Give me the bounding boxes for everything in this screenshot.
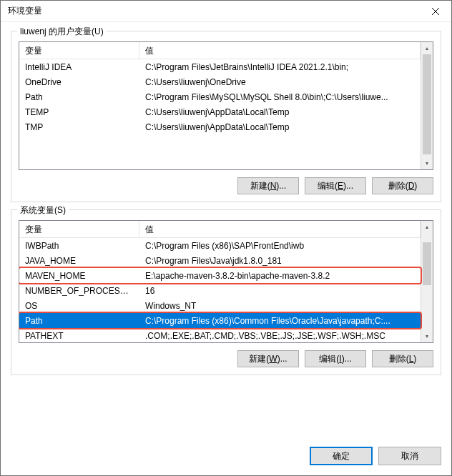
cell-var: PATHEXT: [19, 329, 139, 342]
cell-var: OS: [19, 299, 139, 312]
env-vars-dialog: 环境变量 liuwenj 的用户变量(U) 变量 值 IntelliJ IDEA…: [0, 0, 452, 476]
col-variable[interactable]: 变量: [19, 42, 139, 59]
cell-var: JAVA_HOME: [19, 254, 139, 267]
sys-vars-buttons: 新建(W)... 编辑(I)... 删除(L): [19, 350, 433, 367]
cell-val: 16: [139, 284, 421, 297]
table-row[interactable]: PATHEXT.COM;.EXE;.BAT;.CMD;.VBS;.VBE;.JS…: [19, 328, 421, 343]
cell-val: C:\Users\liuwenj\AppData\Local\Temp: [139, 121, 421, 134]
table-row[interactable]: OSWindows_NT: [19, 298, 421, 313]
user-delete-button[interactable]: 删除(D): [372, 177, 433, 194]
table-row[interactable]: IWBPathC:\Program Files (x86)\SAP\FrontE…: [19, 238, 421, 253]
user-vars-label: liuwenj 的用户变量(U): [17, 26, 107, 38]
cell-var: Path: [19, 91, 139, 104]
sys-new-button[interactable]: 新建(W)...: [237, 350, 299, 367]
titlebar: 环境变量: [1, 1, 451, 22]
cell-val: E:\apache-maven-3.8.2-bin\apache-maven-3…: [139, 269, 421, 282]
close-button[interactable]: [419, 1, 451, 22]
cell-val: C:\Program Files\Java\jdk1.8.0_181: [139, 254, 421, 267]
ok-button[interactable]: 确定: [310, 447, 373, 465]
cell-val: C:\Users\liuwenj\AppData\Local\Temp: [139, 106, 421, 119]
cell-val: C:\Program Files\JetBrains\IntelliJ IDEA…: [139, 61, 421, 74]
scroll-thumb[interactable]: [423, 242, 431, 285]
user-vars-buttons: 新建(N)... 编辑(E)... 删除(D): [19, 177, 433, 194]
user-vars-group: liuwenj 的用户变量(U) 变量 值 IntelliJ IDEAC:\Pr…: [11, 31, 441, 202]
table-row[interactable]: TMPC:\Users\liuwenj\AppData\Local\Temp: [19, 119, 421, 134]
sys-vars-label: 系统变量(S): [17, 204, 69, 217]
window-title: 环境变量: [8, 5, 42, 17]
user-edit-button[interactable]: 编辑(E)...: [305, 177, 366, 194]
col-value[interactable]: 值: [139, 221, 421, 237]
table-row[interactable]: JAVA_HOMEC:\Program Files\Java\jdk1.8.0_…: [19, 253, 421, 268]
table-row[interactable]: MAVEN_HOMEE:\apache-maven-3.8.2-bin\apac…: [19, 268, 421, 283]
sys-vars-group: 系统变量(S) 变量 值 IWBPathC:\Program Files (x8…: [11, 209, 441, 375]
table-row[interactable]: OneDriveC:\Users\liuwenj\OneDrive: [19, 74, 421, 89]
user-vars-body: IntelliJ IDEAC:\Program Files\JetBrains\…: [19, 59, 421, 134]
cell-var: Path: [19, 314, 139, 327]
user-vars-table[interactable]: 变量 值 IntelliJ IDEAC:\Program Files\JetBr…: [19, 41, 433, 170]
dialog-footer: 确定 取消: [1, 438, 451, 475]
scroll-down-icon[interactable]: ▾: [421, 330, 433, 342]
cell-val: C:\Program Files\MySQL\MySQL Shell 8.0\b…: [139, 91, 421, 104]
user-new-button[interactable]: 新建(N)...: [237, 177, 299, 194]
table-header: 变量 值: [19, 221, 421, 238]
scroll-thumb[interactable]: [423, 54, 431, 154]
table-row[interactable]: PathC:\Program Files\MySQL\MySQL Shell 8…: [19, 89, 421, 104]
sys-vars-body: IWBPathC:\Program Files (x86)\SAP\FrontE…: [19, 238, 421, 343]
cell-var: TMP: [19, 121, 139, 134]
table-row[interactable]: TEMPC:\Users\liuwenj\AppData\Local\Temp: [19, 104, 421, 119]
col-variable[interactable]: 变量: [19, 221, 139, 237]
scrollbar[interactable]: ▴ ▾: [421, 42, 433, 169]
cell-var: IWBPath: [19, 239, 139, 252]
table-row[interactable]: IntelliJ IDEAC:\Program Files\JetBrains\…: [19, 59, 421, 74]
cell-var: OneDrive: [19, 76, 139, 89]
close-icon: [432, 8, 439, 15]
col-value[interactable]: 值: [139, 42, 421, 59]
cell-val: Windows_NT: [139, 299, 421, 312]
cell-var: MAVEN_HOME: [19, 269, 139, 282]
table-header: 变量 值: [19, 42, 421, 59]
scrollbar[interactable]: ▴ ▾: [421, 221, 433, 342]
cell-var: NUMBER_OF_PROCESSORS: [19, 284, 139, 297]
table-row[interactable]: NUMBER_OF_PROCESSORS16: [19, 283, 421, 298]
sys-vars-table[interactable]: 变量 值 IWBPathC:\Program Files (x86)\SAP\F…: [19, 220, 433, 343]
cell-var: TEMP: [19, 106, 139, 119]
table-row[interactable]: PathC:\Program Files (x86)\Common Files\…: [19, 313, 421, 328]
sys-delete-button[interactable]: 删除(L): [372, 350, 433, 367]
cell-val: C:\Program Files (x86)\SAP\FrontEnd\iwb: [139, 239, 421, 252]
cell-val: C:\Users\liuwenj\OneDrive: [139, 76, 421, 89]
cell-val: .COM;.EXE;.BAT;.CMD;.VBS;.VBE;.JS;.JSE;.…: [139, 329, 421, 342]
cell-val: C:\Program Files (x86)\Common Files\Orac…: [139, 314, 421, 327]
dialog-content: liuwenj 的用户变量(U) 变量 值 IntelliJ IDEAC:\Pr…: [1, 22, 451, 438]
scroll-up-icon[interactable]: ▴: [421, 42, 433, 54]
scroll-down-icon[interactable]: ▾: [421, 157, 433, 169]
scroll-up-icon[interactable]: ▴: [421, 221, 433, 233]
sys-edit-button[interactable]: 编辑(I)...: [305, 350, 366, 367]
cell-var: IntelliJ IDEA: [19, 61, 139, 74]
cancel-button[interactable]: 取消: [378, 447, 441, 465]
